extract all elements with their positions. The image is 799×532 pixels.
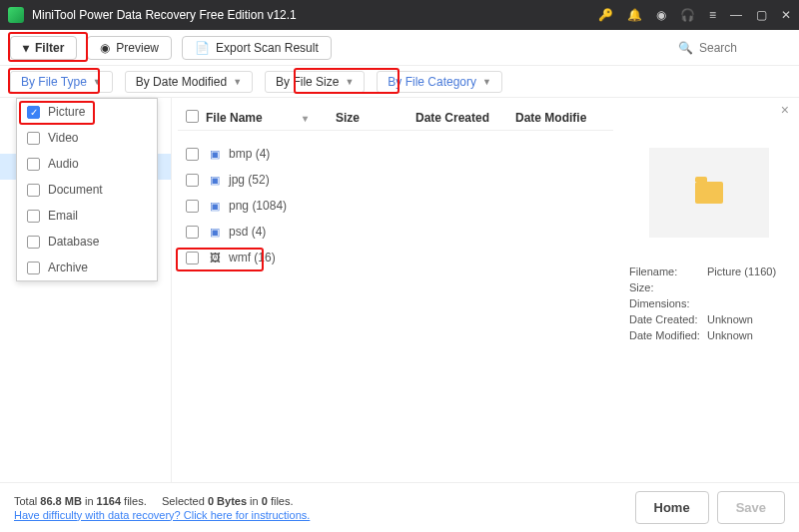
row-checkbox[interactable] (186, 252, 199, 265)
checkbox-icon[interactable] (27, 210, 40, 223)
title-bar: MiniTool Power Data Recovery Free Editio… (0, 0, 799, 30)
search-icon: 🔍 (678, 41, 693, 55)
globe-icon[interactable]: ◉ (656, 8, 666, 22)
file-row[interactable]: ▣bmp (4) (178, 141, 613, 167)
dropdown-item-document[interactable]: Document (17, 177, 157, 203)
search-box[interactable]: 🔍 (668, 38, 789, 58)
file-row[interactable]: ▣jpg (52) (178, 167, 613, 193)
meta-modified-label: Date Modified: (629, 329, 707, 341)
dropdown-item-archive[interactable]: Archive (17, 255, 157, 280)
bell-icon[interactable]: 🔔 (627, 8, 642, 22)
by-cat-label: By File Category (388, 75, 476, 89)
headset-icon[interactable]: 🎧 (680, 8, 695, 22)
row-checkbox[interactable] (186, 148, 199, 161)
dropdown-item-audio[interactable]: Audio (17, 151, 157, 177)
dropdown-item-database[interactable]: Database (17, 229, 157, 255)
close-icon[interactable]: ✕ (781, 8, 791, 22)
export-button[interactable]: 📄 Export Scan Result (182, 36, 332, 60)
checkbox-icon[interactable] (27, 158, 40, 171)
wmf-icon: 🖼 (207, 250, 223, 266)
key-icon[interactable]: 🔑 (598, 8, 613, 22)
dropdown-item-email[interactable]: Email (17, 203, 157, 229)
meta-filename-label: Filename: (629, 266, 707, 277)
filter-by-category[interactable]: By File Category▼ (377, 71, 502, 93)
app-logo (8, 7, 24, 23)
status-totals: Total 86.8 MB in 1164 files. Selected 0 … (14, 495, 627, 507)
minimize-icon[interactable]: — (730, 8, 742, 22)
file-type-dropdown: ✓Picture Video Audio Document Email Data… (16, 98, 158, 281)
checkbox-checked-icon[interactable]: ✓ (27, 106, 40, 119)
sort-icon[interactable]: ▾ (303, 113, 308, 124)
col-modified[interactable]: Date Modifie (515, 111, 605, 125)
file-row[interactable]: ▣png (1084) (178, 193, 613, 219)
close-preview-icon[interactable]: × (781, 102, 789, 118)
export-label: Export Scan Result (216, 41, 319, 55)
preview-thumbnail (649, 148, 769, 238)
meta-size-label: Size: (629, 281, 707, 293)
col-name[interactable]: File Name (206, 111, 263, 125)
row-checkbox[interactable] (186, 200, 199, 213)
filter-by-type[interactable]: By File Type▼ (10, 71, 113, 93)
chevron-down-icon: ▼ (482, 77, 491, 87)
file-row[interactable]: 🖼wmf (16) (178, 245, 613, 270)
select-all-checkbox[interactable] (186, 110, 199, 123)
row-checkbox[interactable] (186, 174, 199, 187)
file-row[interactable]: ▣psd (4) (178, 219, 613, 245)
image-icon: ▣ (207, 172, 223, 188)
toolbar: ▾ Filter ◉ Preview 📄 Export Scan Result … (0, 30, 799, 66)
meta-modified-value: Unknown (707, 329, 753, 341)
chevron-down-icon: ▼ (345, 77, 354, 87)
menu-icon[interactable]: ≡ (709, 8, 716, 22)
folder-icon (695, 182, 723, 204)
meta-created-label: Date Created: (629, 313, 707, 325)
meta-created-value: Unknown (707, 313, 753, 325)
col-created[interactable]: Date Created (415, 111, 515, 125)
preview-button[interactable]: ◉ Preview (87, 36, 172, 60)
chevron-down-icon: ▼ (233, 77, 242, 87)
by-size-label: By File Size (276, 75, 339, 89)
window-title: MiniTool Power Data Recovery Free Editio… (32, 8, 598, 22)
filter-by-date[interactable]: By Date Modified▼ (125, 71, 253, 93)
help-link[interactable]: Have difficulty with data recovery? Clic… (14, 509, 310, 521)
meta-filename-value: Picture (1160) (707, 266, 776, 277)
checkbox-icon[interactable] (27, 184, 40, 197)
file-list: File Name▾ Size Date Created Date Modifi… (172, 98, 619, 482)
by-date-label: By Date Modified (136, 75, 227, 89)
chevron-down-icon: ▼ (93, 77, 102, 87)
funnel-icon: ▾ (23, 41, 29, 55)
checkbox-icon[interactable] (27, 262, 40, 274)
content-area: File Name▾ Size Date Created Date Modifi… (172, 98, 799, 482)
image-icon: ▣ (207, 146, 223, 162)
main-area: ✓Picture Video Audio Document Email Data… (0, 98, 799, 482)
preview-panel: × Filename:Picture (1160) Size: Dimensio… (619, 98, 799, 482)
export-icon: 📄 (195, 41, 210, 55)
image-icon: ▣ (207, 224, 223, 240)
col-size[interactable]: Size (336, 111, 415, 125)
dropdown-item-video[interactable]: Video (17, 125, 157, 151)
filter-bar: By File Type▼ By Date Modified▼ By File … (0, 66, 799, 98)
checkbox-icon[interactable] (27, 132, 40, 145)
meta-dim-label: Dimensions: (629, 297, 707, 309)
eye-icon: ◉ (100, 41, 110, 55)
preview-metadata: Filename:Picture (1160) Size: Dimensions… (629, 266, 789, 341)
by-type-label: By File Type (21, 75, 87, 89)
filter-by-size[interactable]: By File Size▼ (265, 71, 365, 93)
image-icon: ▣ (207, 198, 223, 214)
file-list-header: File Name▾ Size Date Created Date Modifi… (178, 106, 613, 131)
maximize-icon[interactable]: ▢ (756, 8, 767, 22)
filter-button[interactable]: ▾ Filter (10, 36, 77, 60)
checkbox-icon[interactable] (27, 236, 40, 249)
home-button[interactable]: Home (635, 491, 709, 524)
dropdown-item-picture[interactable]: ✓Picture (17, 99, 157, 125)
search-input[interactable] (699, 41, 779, 55)
status-bar: Total 86.8 MB in 1164 files. Selected 0 … (0, 482, 799, 532)
row-checkbox[interactable] (186, 226, 199, 239)
save-button[interactable]: Save (717, 491, 785, 524)
preview-label: Preview (116, 41, 159, 55)
filter-label: Filter (35, 41, 64, 55)
